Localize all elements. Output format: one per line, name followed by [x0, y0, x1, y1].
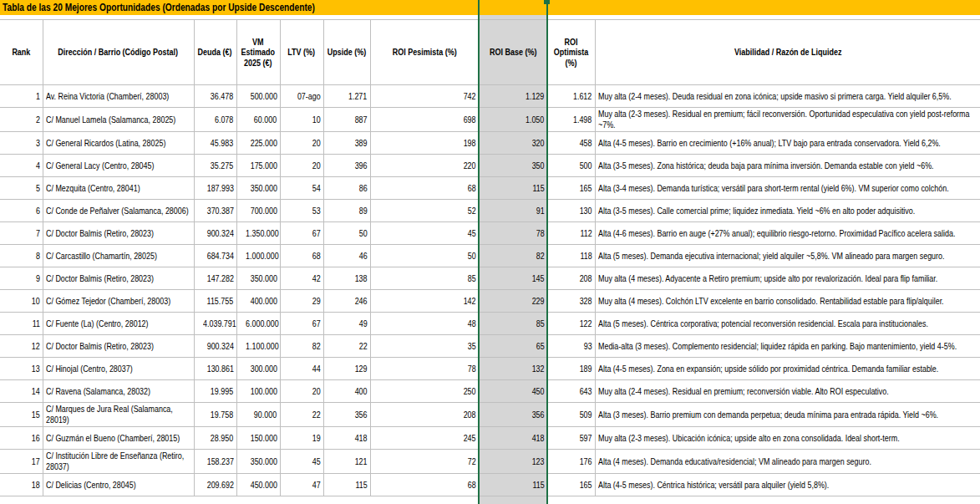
cell-direccion[interactable]: C/ Delicias (Centro, 28045) [43, 474, 194, 496]
cell-upside[interactable]: 246 [323, 290, 370, 313]
cell-roi-pesimista[interactable]: 72 [370, 450, 479, 474]
cell-roi-optimista[interactable]: 112 [547, 222, 595, 245]
cell-roi-pesimista[interactable]: 198 [370, 132, 479, 155]
cell-upside[interactable]: 129 [323, 358, 370, 380]
cell-ltv[interactable]: 68 [280, 245, 323, 267]
cell-roi-pesimista[interactable]: 45 [370, 222, 479, 245]
cell-ltv[interactable]: 19 [280, 427, 323, 450]
cell-upside[interactable]: 356 [323, 403, 370, 427]
cell-roi-pesimista[interactable]: 68 [370, 474, 479, 496]
cell-roi-base[interactable]: 85 [479, 313, 547, 335]
cell-roi-base[interactable]: 350 [479, 155, 547, 177]
cell-roi-base[interactable]: 145 [479, 267, 547, 290]
cell-rank[interactable]: 17 [0, 450, 43, 474]
cell-roi-optimista[interactable]: 118 [547, 245, 595, 267]
cell-roi-base[interactable]: 418 [479, 427, 547, 450]
cell-ltv[interactable]: 53 [280, 200, 323, 222]
cell-roi-pesimista[interactable]: 698 [370, 108, 479, 132]
cell-direccion[interactable]: Av. Reina Victoria (Chamberí, 28003) [43, 85, 194, 108]
cell-roi-pesimista[interactable]: 220 [370, 155, 479, 177]
cell-direccion[interactable]: C/ Hinojal (Centro, 28037) [43, 358, 194, 380]
cell-roi-optimista[interactable]: 509 [547, 403, 595, 427]
cell-viabilidad[interactable]: Alta (4-6 meses). Barrio en auge (+27% a… [595, 222, 980, 245]
cell-upside[interactable]: 138 [323, 267, 370, 290]
cell-ltv[interactable]: 67 [280, 313, 323, 335]
cell-ltv[interactable]: 82 [280, 335, 323, 358]
cell-deuda[interactable]: 45.983 [194, 132, 236, 155]
cell-viabilidad[interactable]: Alta (3-5 meses). Zona histórica; deuda … [595, 155, 980, 177]
cell-roi-optimista[interactable]: 458 [547, 132, 595, 155]
cell-deuda[interactable]: 19.758 [194, 403, 236, 427]
cell-roi-base[interactable]: 450 [479, 380, 547, 403]
cell-ltv[interactable]: 47 [280, 474, 323, 496]
cell-deuda[interactable]: 187.993 [194, 177, 236, 200]
column-header-vm-estimado[interactable]: VM Estimado 2025 (€) [236, 20, 280, 85]
cell-upside[interactable]: 887 [323, 108, 370, 132]
column-header-roi-base[interactable]: ROI Base (%) [479, 20, 547, 85]
cell-roi-optimista[interactable]: 189 [547, 358, 595, 380]
cell-roi-optimista[interactable]: 643 [547, 380, 595, 403]
cell-vm-estimado[interactable]: 225.000 [236, 132, 280, 155]
cell-rank[interactable]: 16 [0, 427, 43, 450]
cell-vm-estimado[interactable]: 450.000 [236, 474, 280, 496]
cell-vm-estimado[interactable]: 300.000 [236, 358, 280, 380]
cell-viabilidad[interactable]: Alta (4-5 meses). Céntrica histórica; ve… [595, 474, 980, 496]
column-header-direccion[interactable]: Dirección / Barrio (Código Postal) [43, 20, 194, 85]
cell-direccion[interactable]: C/ General Lacy (Centro, 28045) [43, 155, 194, 177]
cell-roi-base[interactable]: 115 [479, 177, 547, 200]
cell-ltv[interactable]: 29 [280, 290, 323, 313]
cell-upside[interactable]: 121 [323, 450, 370, 474]
cell-roi-optimista[interactable]: 130 [547, 200, 595, 222]
cell-roi-pesimista[interactable]: 68 [370, 177, 479, 200]
title-banner[interactable]: Tabla de las 20 Mejores Oportunidades (O… [0, 0, 980, 15]
cell-roi-optimista[interactable]: 165 [547, 177, 595, 200]
cell-direccion[interactable]: C/ Ravena (Salamanca, 28032) [43, 380, 194, 403]
cell-ltv[interactable]: 54 [280, 177, 323, 200]
cell-upside[interactable]: 46 [323, 245, 370, 267]
cell-vm-estimado[interactable]: 100.000 [236, 380, 280, 403]
cell-roi-pesimista[interactable]: 85 [370, 267, 479, 290]
cell-roi-base[interactable]: 132 [479, 358, 547, 380]
cell-roi-base[interactable]: 91 [479, 200, 547, 222]
cell-vm-estimado[interactable]: 350.000 [236, 267, 280, 290]
cell-direccion[interactable]: C/ Guzmán el Bueno (Chamberí, 28015) [43, 427, 194, 450]
cell-upside[interactable]: 400 [323, 380, 370, 403]
cell-direccion[interactable]: C/ Doctor Balmis (Retiro, 28023) [43, 222, 194, 245]
cell-upside[interactable]: 22 [323, 335, 370, 358]
column-header-upside[interactable]: Upside (%) [323, 20, 370, 85]
cell-deuda[interactable]: 6.078 [194, 108, 236, 132]
cell-ltv[interactable]: 22 [280, 403, 323, 427]
cell-rank[interactable]: 10 [0, 290, 43, 313]
cell-viabilidad[interactable]: Alta (3-5 meses). Calle comercial prime;… [595, 200, 980, 222]
column-header-roi-pesimista[interactable]: ROI Pesimista (%) [370, 20, 479, 85]
cell-viabilidad[interactable]: Alta (4-5 meses). Zona en expansión; ups… [595, 358, 980, 380]
cell-roi-optimista[interactable]: 208 [547, 267, 595, 290]
cell-viabilidad[interactable]: Alta (4-5 meses). Barrio en crecimiento … [595, 132, 980, 155]
cell-ltv[interactable]: 44 [280, 358, 323, 380]
cell-rank[interactable]: 7 [0, 222, 43, 245]
cell-deuda[interactable]: 19.995 [194, 380, 236, 403]
cell-vm-estimado[interactable]: 1.100.000 [236, 335, 280, 358]
cell-viabilidad[interactable]: Muy alta (2-4 meses). Residual en premiu… [595, 380, 980, 403]
cell-deuda[interactable]: 130.861 [194, 358, 236, 380]
cell-rank[interactable]: 9 [0, 267, 43, 290]
cell-upside[interactable]: 389 [323, 132, 370, 155]
cell-upside[interactable]: 49 [323, 313, 370, 335]
cell-roi-base[interactable]: 115 [479, 474, 547, 496]
cell-vm-estimado[interactable]: 150.000 [236, 427, 280, 450]
cell-ltv[interactable]: 07-ago [280, 85, 323, 108]
column-header-deuda[interactable]: Deuda (€) [194, 20, 236, 85]
cell-vm-estimado[interactable]: 175.000 [236, 155, 280, 177]
cell-deuda[interactable]: 370.387 [194, 200, 236, 222]
cell-deuda[interactable]: 35.275 [194, 155, 236, 177]
cell-roi-base[interactable]: 320 [479, 132, 547, 155]
cell-ltv[interactable]: 20 [280, 380, 323, 403]
cell-rank[interactable]: 5 [0, 177, 43, 200]
cell-roi-pesimista[interactable]: 48 [370, 313, 479, 335]
cell-upside[interactable]: 50 [323, 222, 370, 245]
cell-roi-pesimista[interactable]: 250 [370, 380, 479, 403]
cell-roi-optimista[interactable]: 165 [547, 474, 595, 496]
cell-ltv[interactable]: 10 [280, 108, 323, 132]
cell-direccion[interactable]: C/ Doctor Balmis (Retiro, 28023) [43, 335, 194, 358]
cell-deuda[interactable]: 4.039.791 [194, 313, 236, 335]
